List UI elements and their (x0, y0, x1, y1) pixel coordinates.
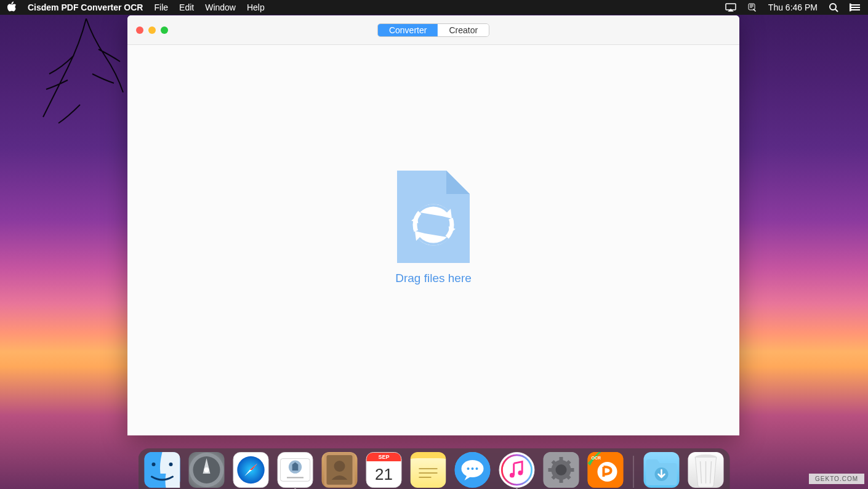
window-titlebar[interactable]: Converter Creator (127, 15, 739, 45)
svg-point-1 (830, 4, 836, 10)
dock-notes[interactable] (411, 452, 446, 488)
watermark-label: GEKTO.COM (809, 474, 864, 484)
dock-messages[interactable] (455, 452, 491, 488)
script-menu-icon[interactable] (747, 2, 757, 12)
airplay-icon[interactable] (725, 3, 736, 12)
dock-cisdem-pdf-converter[interactable]: OCR (588, 452, 624, 488)
svg-point-30 (556, 464, 567, 475)
svg-text:OCR: OCR (592, 456, 601, 460)
spotlight-search-icon[interactable] (829, 2, 838, 12)
dock-downloads[interactable] (644, 452, 680, 488)
window-content: Drag files here (127, 45, 739, 435)
menu-window[interactable]: Window (205, 2, 236, 12)
svg-point-3 (850, 7, 851, 9)
svg-point-8 (169, 463, 173, 466)
file-dropzone[interactable]: Drag files here (395, 171, 472, 285)
svg-point-2 (850, 4, 851, 6)
dock-system-preferences[interactable] (544, 452, 579, 488)
svg-point-21 (467, 467, 470, 470)
svg-point-24 (500, 453, 533, 487)
svg-point-7 (152, 463, 156, 466)
dock-itunes[interactable] (499, 452, 535, 488)
svg-point-18 (334, 461, 345, 472)
mode-segmented-control: Converter Creator (377, 23, 489, 37)
menu-file[interactable]: File (154, 2, 168, 12)
notification-center-icon[interactable] (850, 3, 861, 12)
svg-point-11 (204, 467, 209, 472)
dock-trash[interactable] (688, 452, 724, 488)
menu-edit[interactable]: Edit (179, 2, 194, 12)
dock-separator (633, 456, 634, 488)
dock-contacts[interactable] (322, 452, 358, 488)
calendar-day-label: 21 (375, 461, 393, 487)
svg-point-23 (476, 467, 478, 470)
dock-mail[interactable] (278, 452, 313, 488)
app-menu[interactable]: Cisdem PDF Converter OCR (28, 2, 143, 12)
tab-creator[interactable]: Creator (438, 24, 489, 36)
svg-point-4 (850, 9, 851, 11)
apple-menu-icon[interactable] (7, 1, 17, 14)
dock-calendar[interactable]: SEP 21 (366, 452, 402, 488)
app-window: Converter Creator Drag files here (127, 15, 739, 435)
file-convert-icon (397, 171, 470, 263)
menubar: Cisdem PDF Converter OCR File Edit Windo… (0, 0, 868, 15)
dock-finder[interactable] (145, 452, 180, 488)
svg-point-26 (510, 473, 515, 478)
window-minimize-button[interactable] (148, 26, 156, 34)
menubar-clock[interactable]: Thu 6:46 PM (768, 2, 818, 12)
dock: SEP 21 OCR (139, 448, 730, 489)
dock-safari[interactable] (233, 452, 269, 488)
tab-converter[interactable]: Converter (378, 24, 438, 36)
calendar-month-label: SEP (367, 453, 401, 461)
dropzone-label: Drag files here (395, 272, 472, 285)
svg-point-33 (598, 462, 617, 482)
window-close-button[interactable] (136, 26, 143, 34)
window-fullscreen-button[interactable] (161, 26, 168, 34)
svg-point-22 (472, 467, 474, 470)
dock-launchpad[interactable] (189, 452, 225, 488)
svg-point-27 (518, 471, 523, 475)
menu-help[interactable]: Help (247, 2, 265, 12)
